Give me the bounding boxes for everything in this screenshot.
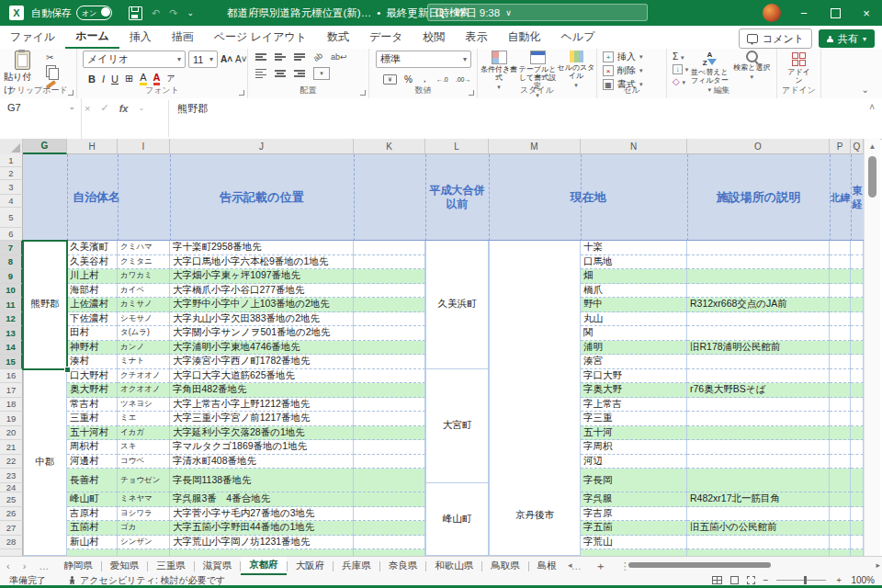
cell-P25[interactable]	[830, 492, 851, 507]
cell-K15[interactable]	[354, 355, 425, 369]
cell-K10[interactable]	[354, 284, 425, 299]
row-header-28[interactable]: 28	[0, 536, 23, 550]
cell-J14[interactable]: 大字浦明小字東地4746番地先	[170, 341, 354, 356]
fill-button[interactable]: ↓ ▾	[673, 63, 688, 74]
cell-P22[interactable]	[830, 455, 851, 469]
cell-I18[interactable]: ツネヨシ	[118, 398, 170, 413]
cell-G16-merged[interactable]: 中郡	[23, 369, 67, 557]
grow-font-button[interactable]: A˄	[220, 54, 232, 64]
cell-N25[interactable]: 字呉服	[581, 492, 687, 507]
scroll-up-icon[interactable]: ▲	[865, 142, 880, 151]
borders-button[interactable]: ⊞	[125, 73, 133, 85]
cell-P14[interactable]	[830, 341, 851, 356]
cell-Q22[interactable]	[851, 455, 864, 469]
cell-O23[interactable]	[687, 469, 830, 492]
cell-K19[interactable]	[354, 412, 425, 426]
cell-K27[interactable]	[354, 521, 425, 536]
cell-I26[interactable]: ヨシワラ	[118, 507, 170, 522]
cell-O26[interactable]	[687, 507, 830, 522]
cell-N19[interactable]: 字三重	[581, 412, 687, 426]
minimize-button[interactable]: −	[788, 0, 820, 26]
cell-J26[interactable]: 大字菅小字サ毛内27番地の3地先	[170, 507, 354, 522]
cell-J25[interactable]: 字呉服3番 4番合地先	[170, 492, 354, 507]
cell-Q20[interactable]	[851, 426, 864, 441]
ribbon-tab-ホーム[interactable]: ホーム	[65, 26, 119, 49]
cell-P23[interactable]	[830, 469, 851, 492]
sheet-nav-left-icon[interactable]: ‹	[0, 560, 17, 571]
cell-J21[interactable]: 字マルタクゴ1869番地の1地先	[170, 440, 354, 455]
cell-N7[interactable]: 十楽	[581, 241, 687, 255]
cell-J19[interactable]: 大字三重小字宮ノ前1217番地先	[170, 412, 354, 426]
column-header-N[interactable]: N	[581, 139, 687, 154]
ribbon-tab-表示[interactable]: 表示	[456, 26, 498, 49]
cell-N21[interactable]: 字周枳	[581, 440, 687, 455]
zoom-slider-knob[interactable]	[804, 576, 807, 584]
align-left-icon[interactable]	[255, 69, 266, 79]
cell-O19[interactable]	[687, 412, 830, 426]
cell-K11[interactable]	[354, 298, 425, 312]
row-header-16[interactable]: 16	[0, 369, 23, 384]
cell-H7[interactable]: 久美濱町	[67, 241, 118, 255]
ribbon-tab-数式[interactable]: 数式	[317, 26, 359, 49]
cell-O20[interactable]	[687, 426, 830, 441]
ribbon-tab-ファイル[interactable]: ファイル	[0, 26, 65, 49]
cell-L7-merged[interactable]: 久美浜町	[425, 241, 489, 369]
user-avatar[interactable]	[763, 4, 781, 22]
font-dialog-launcher[interactable]	[239, 90, 244, 96]
cell-J23[interactable]: 字長岡1138番地先	[170, 469, 354, 492]
comma-button[interactable]: ，	[420, 73, 429, 85]
cell-J10[interactable]: 大字橋爪小字小谷口277番地先	[170, 284, 354, 299]
cell-Q19[interactable]	[851, 412, 864, 426]
cell-H22[interactable]: 河邊村	[67, 455, 118, 469]
increase-decimal-button[interactable]: ←.0	[436, 76, 448, 83]
row-header-3[interactable]: 3	[0, 180, 23, 195]
cell-H13[interactable]: 田村	[67, 326, 118, 341]
shrink-font-button[interactable]: A˅	[235, 54, 247, 64]
cell-I12[interactable]: シモサノ	[118, 312, 170, 327]
cell-O17[interactable]: r76奥大野BSそば	[687, 383, 830, 398]
column-header-O[interactable]: O	[687, 139, 830, 154]
cell-partial-row[interactable]	[830, 549, 851, 556]
cell-partial-row[interactable]	[581, 549, 687, 556]
cell-I10[interactable]: カイベ	[118, 284, 170, 299]
row-header-2[interactable]: 2	[0, 167, 23, 180]
currency-button[interactable]: ¥	[383, 74, 397, 85]
cell-P15[interactable]	[830, 355, 851, 369]
cell-N20[interactable]: 五十河	[581, 426, 687, 441]
ribbon-tab-挿入[interactable]: 挿入	[119, 26, 162, 49]
cell-H16[interactable]: 口大野村	[67, 369, 118, 384]
row-header-13[interactable]: 13	[0, 326, 23, 341]
cell-P12[interactable]	[830, 312, 851, 327]
sheet-nav-right-icon[interactable]: ›	[17, 560, 33, 571]
cell-N16[interactable]: 字口大野	[581, 369, 687, 384]
share-button[interactable]: 共有▾	[819, 29, 875, 48]
cell-N8[interactable]: 口馬地	[581, 255, 687, 270]
align-center-icon[interactable]	[275, 70, 286, 77]
maximize-button[interactable]	[820, 0, 851, 26]
cell-J9[interactable]: 大字畑小字東ヶ坪1097番地先	[170, 269, 354, 284]
cell-H17[interactable]: 奥大野村	[67, 383, 118, 398]
collapse-formula-bar-icon[interactable]: ˄	[869, 102, 875, 112]
cell-J7[interactable]: 字十楽町2958番地先	[170, 241, 354, 255]
row-header-12[interactable]: 12	[0, 312, 23, 327]
cell-P10[interactable]	[830, 284, 851, 299]
cell-Q21[interactable]	[851, 440, 864, 455]
row-header-17[interactable]: 17	[0, 383, 23, 398]
align-middle-icon[interactable]	[275, 53, 286, 61]
cell-I11[interactable]: カミサノ	[118, 298, 170, 312]
italic-button[interactable]: I	[102, 74, 105, 85]
row-header-partial[interactable]	[0, 549, 23, 556]
cell-partial-row[interactable]	[67, 549, 118, 556]
row-header-27[interactable]: 27	[0, 521, 23, 536]
cell-N15[interactable]: 湊宮	[581, 355, 687, 369]
copy-button[interactable]	[46, 65, 56, 77]
font-name-select[interactable]: メイリオ▾	[83, 51, 186, 68]
cell-Q15[interactable]	[851, 355, 864, 369]
cut-button[interactable]: ✂	[46, 52, 56, 62]
row-header-22[interactable]: 22	[0, 455, 23, 469]
row-header-24[interactable]: 24	[0, 483, 23, 493]
cell-I28[interactable]: シンザン	[118, 536, 170, 550]
bold-button[interactable]: B	[88, 74, 96, 85]
cell-partial-row[interactable]	[118, 549, 170, 556]
sheet-tab-兵庫県[interactable]: 兵庫県	[334, 557, 379, 575]
